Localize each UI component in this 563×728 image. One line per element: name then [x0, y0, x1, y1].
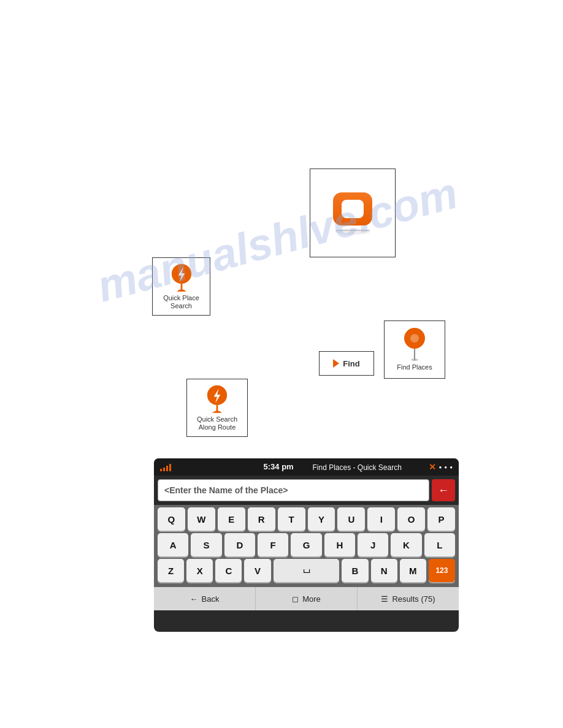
- key-r[interactable]: R: [248, 507, 275, 531]
- key-v[interactable]: V: [244, 559, 270, 582]
- backspace-button[interactable]: ←: [432, 479, 455, 501]
- find-places-box[interactable]: Find Places: [384, 320, 445, 379]
- key-p[interactable]: P: [427, 507, 455, 531]
- key-e[interactable]: E: [218, 507, 245, 531]
- keyboard-row-3: Z X C V ⌴ B N M 123: [158, 559, 455, 582]
- key-b[interactable]: B: [342, 559, 368, 582]
- key-i[interactable]: I: [367, 507, 395, 531]
- key-u[interactable]: U: [337, 507, 365, 531]
- back-button[interactable]: ← Back: [154, 587, 256, 610]
- key-m[interactable]: M: [400, 559, 426, 582]
- close-icon: ✕: [429, 462, 436, 472]
- app-logo-box: [310, 169, 396, 257]
- quick-search-route-icon: [204, 384, 230, 413]
- status-left: [160, 463, 171, 471]
- status-bar: 5:34 pm Find Places - Quick Search ✕ ● ●…: [154, 458, 459, 476]
- back-label: Back: [202, 594, 220, 604]
- back-icon: ←: [190, 594, 198, 604]
- find-button-box[interactable]: Find: [319, 351, 374, 376]
- key-123[interactable]: 123: [429, 559, 455, 582]
- status-title: Find Places - Quick Search: [313, 463, 402, 472]
- find-places-label: Find Places: [397, 363, 432, 371]
- device-ui: 5:34 pm Find Places - Quick Search ✕ ● ●…: [154, 458, 459, 632]
- key-d[interactable]: D: [224, 533, 255, 556]
- search-row: <Enter the Name of the Place> ←: [154, 476, 459, 505]
- key-j[interactable]: J: [358, 533, 388, 556]
- key-w[interactable]: W: [188, 507, 215, 531]
- key-l[interactable]: L: [424, 533, 455, 556]
- find-places-icon: [402, 327, 427, 361]
- dot2: ●: [444, 464, 447, 470]
- key-t[interactable]: T: [278, 507, 305, 531]
- keyboard: Q W E R T Y U I O P A S D F G H J K L Z …: [154, 505, 459, 587]
- key-g[interactable]: G: [291, 533, 321, 556]
- app-logo-icon: [328, 190, 377, 236]
- bottom-bar: ← Back ◻ More ☰ Results (75): [154, 587, 459, 610]
- quick-place-search-icon: [169, 263, 194, 292]
- more-icon: ◻: [292, 594, 299, 604]
- find-button-label: Find: [343, 359, 359, 368]
- key-space[interactable]: ⌴: [274, 559, 340, 582]
- search-input[interactable]: <Enter the Name of the Place>: [158, 479, 429, 501]
- results-icon: ☰: [381, 594, 388, 604]
- key-x[interactable]: X: [186, 559, 213, 582]
- svg-rect-1: [342, 200, 364, 218]
- results-label: Results (75): [392, 594, 435, 604]
- svg-point-7: [410, 334, 419, 343]
- quick-search-route-label: Quick SearchAlong Route: [197, 415, 237, 431]
- backspace-icon: ←: [438, 484, 449, 497]
- key-s[interactable]: S: [191, 533, 221, 556]
- more-button[interactable]: ◻ More: [256, 587, 358, 610]
- svg-point-8: [411, 358, 418, 361]
- signal-bars: [160, 463, 171, 471]
- dot3: ●: [450, 464, 453, 470]
- results-button[interactable]: ☰ Results (75): [358, 587, 459, 610]
- quick-search-route-box[interactable]: Quick SearchAlong Route: [186, 379, 248, 437]
- search-placeholder: <Enter the Name of the Place>: [164, 485, 288, 495]
- key-o[interactable]: O: [397, 507, 425, 531]
- watermark: manualshlve.com: [92, 167, 463, 312]
- key-h[interactable]: H: [324, 533, 355, 556]
- key-n[interactable]: N: [371, 559, 397, 582]
- keyboard-row-1: Q W E R T Y U I O P: [158, 507, 455, 531]
- quick-place-search-label: Quick Place Search: [158, 294, 205, 310]
- quick-place-search-box[interactable]: Quick Place Search: [152, 257, 210, 316]
- key-f[interactable]: F: [258, 533, 288, 556]
- dot1: ●: [439, 464, 442, 470]
- key-q[interactable]: Q: [158, 507, 185, 531]
- key-z[interactable]: Z: [158, 559, 184, 582]
- key-k[interactable]: K: [391, 533, 421, 556]
- status-right: ✕ ● ● ●: [429, 462, 453, 472]
- keyboard-row-2: A S D F G H J K L: [158, 533, 455, 556]
- find-triangle-icon: [333, 359, 339, 368]
- more-label: More: [302, 594, 321, 604]
- key-a[interactable]: A: [158, 533, 188, 556]
- svg-point-2: [335, 229, 370, 235]
- key-y[interactable]: Y: [308, 507, 335, 531]
- status-time: 5:34 pm: [264, 462, 294, 471]
- key-c[interactable]: C: [215, 559, 242, 582]
